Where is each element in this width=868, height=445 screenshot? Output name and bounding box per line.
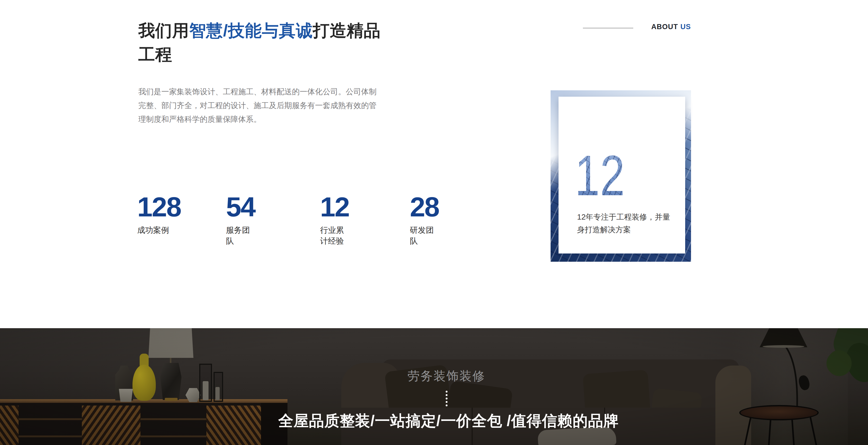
hero-slide-title: 劳务装饰装修 bbox=[407, 368, 486, 384]
dot-icon bbox=[446, 401, 447, 403]
heading-highlight: 智慧/技能与真诚 bbox=[189, 21, 313, 40]
stat-label: 成功案例 bbox=[137, 225, 181, 236]
stat-value: 12 bbox=[320, 195, 349, 219]
section-heading: 我们用智慧/技能与真诚打造精品工程 bbox=[138, 19, 390, 66]
stat-value: 28 bbox=[410, 195, 439, 219]
tag-divider-line bbox=[583, 28, 633, 28]
dot-icon bbox=[446, 405, 447, 406]
hero-headline: 全屋品质整装/一站搞定/一价全包 /值得信赖的品牌 bbox=[278, 411, 619, 431]
photo-inner-card: 12 12年专注于工程装修，并量身打造解决方案 bbox=[559, 97, 685, 253]
stat-label: 服务团队 bbox=[226, 225, 255, 247]
stat-value: 54 bbox=[226, 195, 255, 219]
years-caption: 12年专注于工程装修，并量身打造解决方案 bbox=[577, 211, 675, 236]
stat-value: 128 bbox=[137, 195, 181, 219]
dotted-divider bbox=[446, 391, 448, 408]
years-big-number: 12 bbox=[575, 147, 625, 204]
stat-industry-experience: 12 行业累计经验 bbox=[320, 195, 349, 247]
stat-label: 研发团队 bbox=[410, 225, 439, 247]
dot-icon bbox=[446, 394, 447, 396]
tag-word-us: US bbox=[680, 23, 691, 31]
company-description: 我们是一家集装饰设计、工程施工、材料配送的一体化公司。公司体制完整、部门齐全，对… bbox=[138, 85, 381, 126]
stat-success-cases: 128 成功案例 bbox=[137, 195, 181, 236]
hero-banner: 劳务装饰装修 全屋品质整装/一站搞定/一价全包 /值得信赖的品牌 bbox=[0, 328, 868, 445]
dot-icon bbox=[446, 398, 447, 400]
dot-icon bbox=[446, 391, 447, 392]
stat-service-team: 54 服务团队 bbox=[226, 195, 255, 247]
tag-text: ABOUTUS bbox=[651, 23, 691, 31]
page: 我们用智慧/技能与真诚打造精品工程 我们是一家集装饰设计、工程施工、材料配送的一… bbox=[0, 0, 868, 445]
heading-part1: 我们用 bbox=[138, 21, 189, 40]
tag-word-about: ABOUT bbox=[651, 23, 678, 31]
stat-label: 行业累计经验 bbox=[320, 225, 349, 247]
stat-rd-team: 28 研发团队 bbox=[410, 195, 439, 247]
building-photo-card: 12 12年专注于工程装修，并量身打造解决方案 bbox=[551, 90, 691, 262]
about-section: 我们用智慧/技能与真诚打造精品工程 我们是一家集装饰设计、工程施工、材料配送的一… bbox=[0, 0, 868, 328]
